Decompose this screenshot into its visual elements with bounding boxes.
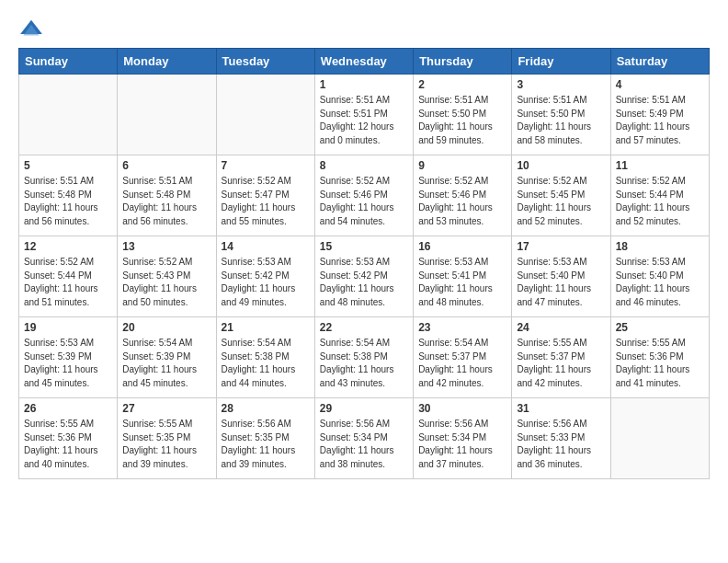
calendar-header-row: SundayMondayTuesdayWednesdayThursdayFrid… (19, 49, 710, 75)
day-info: Sunrise: 5:56 AM Sunset: 5:33 PM Dayligh… (517, 418, 605, 471)
calendar-cell: 24Sunrise: 5:55 AM Sunset: 5:37 PM Dayli… (512, 317, 610, 398)
day-number: 4 (616, 78, 704, 91)
calendar-cell: 11Sunrise: 5:52 AM Sunset: 5:44 PM Dayli… (610, 155, 709, 236)
day-info: Sunrise: 5:56 AM Sunset: 5:34 PM Dayligh… (418, 418, 506, 471)
day-info: Sunrise: 5:52 AM Sunset: 5:45 PM Dayligh… (517, 175, 605, 228)
weekday-header: Thursday (414, 49, 512, 75)
weekday-header: Tuesday (216, 49, 314, 75)
calendar-cell: 22Sunrise: 5:54 AM Sunset: 5:38 PM Dayli… (314, 317, 413, 398)
day-number: 27 (122, 402, 210, 415)
day-info: Sunrise: 5:53 AM Sunset: 5:39 PM Dayligh… (24, 337, 112, 390)
day-info: Sunrise: 5:56 AM Sunset: 5:34 PM Dayligh… (320, 418, 408, 471)
day-number: 22 (320, 321, 408, 334)
day-number: 25 (616, 321, 704, 334)
day-number: 15 (320, 240, 408, 253)
day-info: Sunrise: 5:53 AM Sunset: 5:42 PM Dayligh… (222, 256, 310, 309)
day-number: 8 (320, 159, 408, 172)
day-info: Sunrise: 5:54 AM Sunset: 5:37 PM Dayligh… (418, 337, 506, 390)
day-number: 6 (122, 159, 210, 172)
calendar-cell: 5Sunrise: 5:51 AM Sunset: 5:48 PM Daylig… (19, 155, 118, 236)
day-number: 2 (418, 78, 506, 91)
day-info: Sunrise: 5:55 AM Sunset: 5:36 PM Dayligh… (616, 337, 704, 390)
day-info: Sunrise: 5:51 AM Sunset: 5:50 PM Dayligh… (517, 94, 605, 147)
day-info: Sunrise: 5:51 AM Sunset: 5:49 PM Dayligh… (616, 94, 704, 147)
day-number: 14 (222, 240, 310, 253)
day-number: 5 (24, 159, 112, 172)
weekday-header: Monday (118, 49, 216, 75)
day-info: Sunrise: 5:55 AM Sunset: 5:37 PM Dayligh… (517, 337, 605, 390)
day-number: 20 (122, 321, 210, 334)
day-number: 16 (418, 240, 506, 253)
day-info: Sunrise: 5:51 AM Sunset: 5:51 PM Dayligh… (320, 94, 408, 147)
day-info: Sunrise: 5:53 AM Sunset: 5:40 PM Dayligh… (616, 256, 704, 309)
calendar-cell: 20Sunrise: 5:54 AM Sunset: 5:39 PM Dayli… (118, 317, 216, 398)
day-number: 29 (320, 402, 408, 415)
day-number: 30 (418, 402, 506, 415)
day-info: Sunrise: 5:53 AM Sunset: 5:40 PM Dayligh… (517, 256, 605, 309)
day-info: Sunrise: 5:54 AM Sunset: 5:39 PM Dayligh… (122, 337, 210, 390)
day-info: Sunrise: 5:52 AM Sunset: 5:43 PM Dayligh… (122, 256, 210, 309)
day-number: 31 (517, 402, 605, 415)
calendar-week-row: 1Sunrise: 5:51 AM Sunset: 5:51 PM Daylig… (19, 75, 710, 155)
day-number: 18 (616, 240, 704, 253)
logo (18, 18, 48, 39)
day-info: Sunrise: 5:55 AM Sunset: 5:36 PM Dayligh… (24, 418, 112, 471)
calendar-cell (610, 398, 709, 479)
calendar-cell: 30Sunrise: 5:56 AM Sunset: 5:34 PM Dayli… (414, 398, 512, 479)
calendar-cell: 1Sunrise: 5:51 AM Sunset: 5:51 PM Daylig… (314, 75, 413, 155)
calendar-cell: 8Sunrise: 5:52 AM Sunset: 5:46 PM Daylig… (314, 155, 413, 236)
calendar-cell: 13Sunrise: 5:52 AM Sunset: 5:43 PM Dayli… (118, 236, 216, 317)
calendar-cell: 6Sunrise: 5:51 AM Sunset: 5:48 PM Daylig… (118, 155, 216, 236)
calendar-cell: 10Sunrise: 5:52 AM Sunset: 5:45 PM Dayli… (512, 155, 610, 236)
day-number: 12 (24, 240, 112, 253)
day-number: 13 (122, 240, 210, 253)
calendar-cell: 21Sunrise: 5:54 AM Sunset: 5:38 PM Dayli… (216, 317, 314, 398)
day-info: Sunrise: 5:56 AM Sunset: 5:35 PM Dayligh… (222, 418, 310, 471)
calendar-cell: 19Sunrise: 5:53 AM Sunset: 5:39 PM Dayli… (19, 317, 118, 398)
calendar-cell: 2Sunrise: 5:51 AM Sunset: 5:50 PM Daylig… (414, 75, 512, 155)
calendar-cell: 15Sunrise: 5:53 AM Sunset: 5:42 PM Dayli… (314, 236, 413, 317)
weekday-header: Wednesday (314, 49, 413, 75)
day-info: Sunrise: 5:51 AM Sunset: 5:50 PM Dayligh… (418, 94, 506, 147)
day-info: Sunrise: 5:51 AM Sunset: 5:48 PM Dayligh… (24, 175, 112, 228)
calendar-cell: 4Sunrise: 5:51 AM Sunset: 5:49 PM Daylig… (610, 75, 709, 155)
day-number: 7 (222, 159, 310, 172)
day-number: 23 (418, 321, 506, 334)
day-number: 26 (24, 402, 112, 415)
day-info: Sunrise: 5:52 AM Sunset: 5:46 PM Dayligh… (418, 175, 506, 228)
calendar-cell: 18Sunrise: 5:53 AM Sunset: 5:40 PM Dayli… (610, 236, 709, 317)
day-number: 24 (517, 321, 605, 334)
day-info: Sunrise: 5:55 AM Sunset: 5:35 PM Dayligh… (122, 418, 210, 471)
calendar-cell: 25Sunrise: 5:55 AM Sunset: 5:36 PM Dayli… (610, 317, 709, 398)
calendar-cell: 26Sunrise: 5:55 AM Sunset: 5:36 PM Dayli… (19, 398, 118, 479)
day-number: 28 (222, 402, 310, 415)
calendar-week-row: 12Sunrise: 5:52 AM Sunset: 5:44 PM Dayli… (19, 236, 710, 317)
day-number: 3 (517, 78, 605, 91)
calendar-cell: 27Sunrise: 5:55 AM Sunset: 5:35 PM Dayli… (118, 398, 216, 479)
calendar-cell: 16Sunrise: 5:53 AM Sunset: 5:41 PM Dayli… (414, 236, 512, 317)
calendar-cell: 14Sunrise: 5:53 AM Sunset: 5:42 PM Dayli… (216, 236, 314, 317)
day-info: Sunrise: 5:52 AM Sunset: 5:47 PM Dayligh… (222, 175, 310, 228)
calendar-cell: 9Sunrise: 5:52 AM Sunset: 5:46 PM Daylig… (414, 155, 512, 236)
weekday-header: Sunday (19, 49, 118, 75)
day-number: 10 (517, 159, 605, 172)
day-number: 21 (222, 321, 310, 334)
day-info: Sunrise: 5:54 AM Sunset: 5:38 PM Dayligh… (320, 337, 408, 390)
day-info: Sunrise: 5:54 AM Sunset: 5:38 PM Dayligh… (222, 337, 310, 390)
weekday-header: Friday (512, 49, 610, 75)
calendar-cell (19, 75, 118, 155)
day-number: 11 (616, 159, 704, 172)
calendar-cell: 7Sunrise: 5:52 AM Sunset: 5:47 PM Daylig… (216, 155, 314, 236)
logo-icon (18, 18, 44, 39)
calendar-cell (216, 75, 314, 155)
day-info: Sunrise: 5:51 AM Sunset: 5:48 PM Dayligh… (122, 175, 210, 228)
day-info: Sunrise: 5:52 AM Sunset: 5:44 PM Dayligh… (616, 175, 704, 228)
day-number: 19 (24, 321, 112, 334)
day-info: Sunrise: 5:52 AM Sunset: 5:44 PM Dayligh… (24, 256, 112, 309)
calendar-week-row: 26Sunrise: 5:55 AM Sunset: 5:36 PM Dayli… (19, 398, 710, 479)
day-number: 1 (320, 78, 408, 91)
calendar-cell: 23Sunrise: 5:54 AM Sunset: 5:37 PM Dayli… (414, 317, 512, 398)
calendar-table: SundayMondayTuesdayWednesdayThursdayFrid… (18, 48, 710, 479)
weekday-header: Saturday (610, 49, 709, 75)
calendar-cell: 28Sunrise: 5:56 AM Sunset: 5:35 PM Dayli… (216, 398, 314, 479)
